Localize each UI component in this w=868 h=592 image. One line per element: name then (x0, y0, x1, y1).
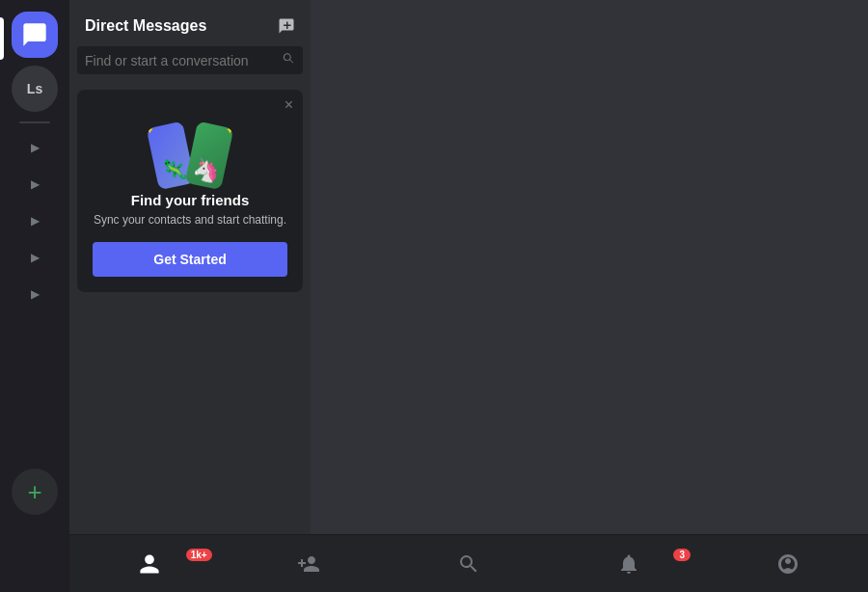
card-subtitle: Sync your contacts and start chatting. (93, 212, 287, 229)
server-chevron-3[interactable]: ▶ (31, 206, 40, 235)
creature-icon-right: 🦄 (191, 155, 222, 185)
app-container: Ls ▶ ▶ ▶ ▶ ▶ + Direct Messages (0, 0, 868, 592)
search-icon (282, 52, 295, 68)
notification-badge: 3 (673, 549, 691, 561)
add-server-button[interactable]: + (12, 469, 58, 515)
nav-item-friends[interactable]: 1k+ (69, 552, 230, 576)
server-chevron-2[interactable]: ▶ (31, 170, 40, 199)
server-chevron-5[interactable]: ▶ (31, 280, 40, 309)
friends-icon (138, 552, 161, 576)
nav-item-notifications[interactable]: 3 (549, 552, 709, 576)
dm-panel-title: Direct Messages (85, 17, 206, 35)
rail-divider (19, 121, 50, 123)
server-chevron-4[interactable]: ▶ (31, 243, 40, 272)
card-title: Find your friends (93, 192, 287, 208)
server-chevron-1[interactable]: ▶ (31, 133, 40, 162)
friends-badge: 1k+ (186, 549, 212, 561)
card-close-button[interactable]: × (285, 97, 293, 113)
sparkle-icon: ✦ (147, 122, 156, 138)
card-illustration: ✦ 🦎 ✦ 🦄 (93, 105, 287, 182)
active-indicator (0, 17, 4, 60)
search-nav-icon (457, 552, 480, 576)
nav-item-add-friend[interactable] (230, 552, 390, 576)
sparkle-icon-2: ✦ (225, 122, 234, 138)
find-friends-card: × ✦ 🦎 ✦ 🦄 Find your friends Syn (77, 90, 303, 292)
new-dm-button[interactable] (278, 17, 295, 35)
nav-item-search[interactable] (389, 552, 549, 576)
search-bar[interactable] (77, 46, 303, 74)
search-input[interactable] (85, 53, 282, 68)
dm-rail-button[interactable] (12, 12, 58, 58)
add-friend-icon (297, 552, 320, 576)
phone-right: ✦ 🦄 (185, 121, 234, 190)
user-avatar[interactable]: Ls (12, 66, 58, 112)
main-content (311, 0, 868, 592)
nav-item-profile[interactable] (708, 552, 868, 576)
bottom-nav: 1k+ 3 (69, 534, 868, 592)
dm-panel: Direct Messages × (69, 0, 311, 592)
dm-header: Direct Messages (69, 0, 311, 46)
new-dm-icon (278, 17, 295, 35)
profile-icon (776, 552, 800, 576)
message-icon (21, 21, 48, 48)
notification-icon (617, 552, 640, 576)
get-started-button[interactable]: Get Started (93, 242, 287, 277)
creature-icon-left: 🦎 (158, 155, 189, 185)
icon-rail: Ls ▶ ▶ ▶ ▶ ▶ + (0, 0, 69, 592)
